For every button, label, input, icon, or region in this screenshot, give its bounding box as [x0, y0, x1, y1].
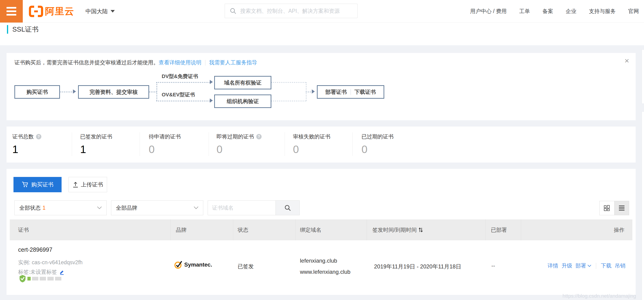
flow-connector — [60, 91, 74, 92]
region-selector[interactable]: 中国大陆 — [86, 0, 115, 22]
sort-icon[interactable] — [418, 227, 423, 233]
flow-arrowhead-icon — [73, 89, 78, 94]
upload-icon — [72, 182, 78, 188]
certificate-status: 已签发 — [238, 263, 254, 270]
flow-branch-dv-label: DV型&免费证书 — [162, 73, 198, 80]
flow-step-domain-validation: 域名所有权验证 — [214, 76, 271, 89]
caret-down-icon — [110, 10, 115, 12]
domain-search-button[interactable] — [276, 201, 300, 215]
nav-work-order[interactable]: 工单 — [519, 8, 530, 15]
stat-expired-certs: 已过期的证书 0 — [362, 133, 394, 156]
download-action[interactable]: 下载 — [601, 262, 612, 269]
hamburger-menu-button[interactable] — [0, 0, 23, 22]
view-toggle-group — [600, 201, 629, 215]
search-icon — [230, 7, 236, 14]
usage-doc-link[interactable]: 查看详细使用说明 — [159, 59, 202, 66]
column-separator — [486, 219, 486, 240]
edit-tag-icon[interactable] — [59, 269, 65, 275]
column-actions: 操作 — [614, 219, 624, 240]
nav-enterprise[interactable]: 企业 — [566, 8, 576, 15]
stat-value: 1 — [80, 143, 112, 156]
upload-certificate-button[interactable]: 上传证书 — [68, 177, 107, 192]
flow-box-divider — [350, 89, 351, 95]
domain-search-input[interactable] — [208, 201, 276, 215]
flow-connector — [156, 82, 157, 101]
aliyun-logo-text: 阿里云 — [45, 5, 74, 18]
certificate-stats-panel: 证书总数 ? 1 已签发的证书 1 待申请的证书 0 即将过期的证书 ? 0 审… — [6, 127, 636, 163]
stat-value: 0 — [293, 143, 330, 156]
upload-button-label: 上传证书 — [81, 181, 103, 188]
certificate-name[interactable]: cert-2896997 — [18, 246, 52, 253]
stat-failed-certs: 审核失败的证书 0 — [293, 133, 330, 156]
top-navigation: 用户中心 / 费用 工单 备案 企业 支持与服务 官网 — [470, 0, 639, 22]
chevron-down-icon — [97, 206, 102, 209]
list-view-icon — [619, 205, 625, 211]
banner-message: 证书购买后，需要完善证书信息并提交审核通过后才能使用。 — [14, 59, 159, 66]
action-divider — [596, 263, 596, 269]
stat-value: 0 — [362, 143, 394, 156]
detail-action[interactable]: 详情 — [548, 262, 558, 269]
global-search — [225, 4, 358, 18]
stat-value: 1 — [12, 143, 41, 156]
hamburger-icon — [6, 7, 16, 8]
cart-icon — [22, 181, 28, 188]
flow-step-buy: 购买证书 — [14, 85, 60, 99]
nav-user-center[interactable]: 用户中心 / 费用 — [470, 8, 507, 15]
domain-primary: lefenxiang.club — [300, 255, 350, 266]
top-bar: 阿里云 中国大陆 用户中心 / 费用 工单 备案 企业 支持与服务 官网 — [0, 0, 644, 23]
right-edge-panel-sliver — [642, 111, 644, 300]
domain-search — [208, 200, 300, 215]
stat-value: 0 — [149, 143, 181, 156]
nav-support-service[interactable]: 支持与服务 — [589, 8, 616, 15]
usage-guide-banner: 证书购买后，需要完善证书信息并提交审核通过后才能使用。 查看详细使用说明 我需要… — [6, 53, 636, 120]
upgrade-action[interactable]: 升级 — [562, 262, 572, 269]
brand-cell: Symantec. — [174, 260, 212, 269]
title-accent-bar — [7, 25, 8, 34]
ssl-console-page: 阿里云 中国大陆 用户中心 / 费用 工单 备案 企业 支持与服务 官网 SSL… — [0, 0, 644, 300]
column-validity: 签发时间/到期时间 — [372, 219, 423, 240]
progress-segment — [40, 277, 46, 281]
help-icon[interactable]: ? — [256, 134, 262, 139]
aliyun-logo[interactable]: 阿里云 — [28, 0, 74, 22]
aliyun-logo-icon — [28, 5, 44, 17]
brand-filter-dropdown[interactable]: 全部品牌 — [111, 200, 203, 215]
stat-divider — [72, 132, 72, 156]
stat-pending-certs: 待申请的证书 0 — [149, 133, 181, 156]
list-view-toggle[interactable] — [614, 201, 629, 215]
column-separator — [233, 219, 233, 240]
buy-button-label: 购买证书 — [31, 181, 54, 188]
nav-beian[interactable]: 备案 — [542, 8, 553, 15]
status-filter-label: 全部状态 — [19, 204, 41, 212]
flow-step-deploy-download: 部署证书 下载证书 — [317, 85, 384, 99]
global-search-input[interactable] — [240, 8, 354, 14]
flow-step-deploy: 部署证书 — [326, 88, 347, 96]
close-banner-icon[interactable]: × — [624, 57, 629, 64]
status-filter-count: 1 — [42, 205, 46, 211]
domain-secondary: www.lefenxiang.club — [300, 266, 350, 278]
stat-value: 0 — [216, 143, 262, 156]
nav-official-site[interactable]: 官网 — [628, 8, 639, 15]
flow-step-download: 下载证书 — [354, 88, 376, 96]
validation-progress — [19, 275, 61, 283]
help-icon[interactable]: ? — [36, 134, 41, 139]
progress-segment — [28, 277, 31, 281]
stat-label: 已签发的证书 — [80, 133, 112, 140]
brand-name: Symantec. — [184, 262, 212, 268]
chevron-down-icon — [194, 206, 198, 209]
flow-step-org-validation: 组织机构验证 — [214, 94, 271, 108]
watermark: https://blog.csdn.net/andamajing — [562, 293, 636, 299]
flow-connector — [156, 101, 210, 101]
deploy-action[interactable]: 部署 — [576, 262, 591, 269]
flow-branch-ovev-label: OV&EV型证书 — [162, 91, 195, 98]
stat-issued-certs: 已签发的证书 1 — [80, 133, 112, 156]
card-view-toggle[interactable] — [600, 201, 614, 215]
stat-label: 审核失败的证书 — [293, 133, 330, 140]
column-separator — [366, 219, 367, 240]
flow-connector — [271, 82, 306, 83]
revoke-action[interactable]: 吊销 — [615, 262, 626, 269]
status-filter-dropdown[interactable]: 全部状态 1 — [14, 200, 107, 215]
title-bar: SSL证书 — [0, 23, 644, 45]
validity-period: 2019年11月19日 - 2020年11月18日 — [374, 263, 461, 270]
human-service-link[interactable]: 我需要人工服务指导 — [209, 59, 257, 66]
buy-certificate-button[interactable]: 购买证书 — [14, 177, 62, 192]
